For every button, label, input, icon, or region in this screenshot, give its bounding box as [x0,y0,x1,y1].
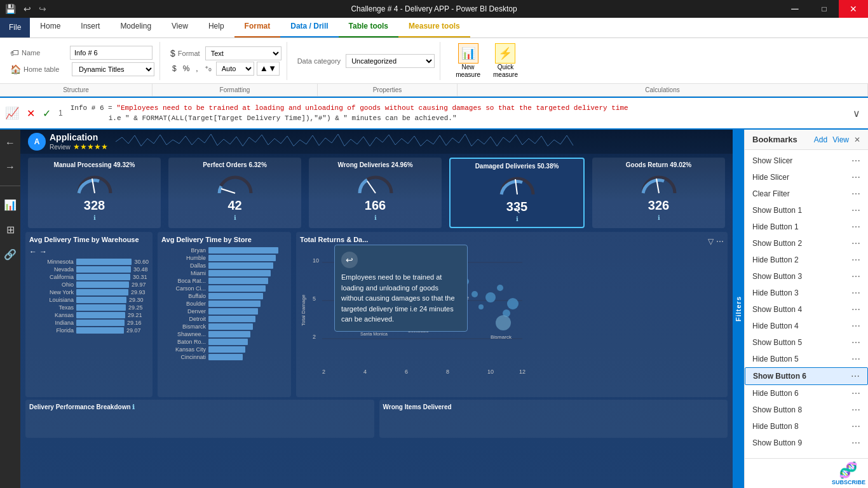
maximize-btn[interactable]: □ [810,0,839,18]
model-view-icon[interactable]: 🔗 [1,246,19,263]
bookmark-show-btn-9[interactable]: Show Button 9 ⋯ [745,435,868,451]
home-table-select[interactable]: Dynamic Titles [72,62,154,76]
tab-file[interactable]: File [0,18,30,37]
home-table-icon: 🏠 [10,64,21,74]
bookmarks-close-btn[interactable]: ✕ [854,135,860,144]
tab-help[interactable]: Help [198,18,234,37]
kpi-info-2[interactable]: ℹ [234,214,236,221]
bookmark-dots-show-btn-5[interactable]: ⋯ [851,337,860,348]
bookmark-hide-btn-2[interactable]: Hide Button 2 ⋯ [745,252,868,268]
save-icon[interactable]: 💾 [5,4,16,14]
format-currency-icon: $ [170,48,175,58]
kpi-info-5[interactable]: ℹ [658,214,660,221]
tab-modeling[interactable]: Modeling [110,18,161,37]
filters-tab[interactable]: Filters [733,130,744,488]
bookmark-dots-hide-btn-5[interactable]: ⋯ [851,354,860,364]
tooltip-text: Employees need to be trained at loading … [341,272,461,325]
tab-home[interactable]: Home [30,18,71,37]
subscribe-badge[interactable]: 🧬 SUBSCRIBE [832,461,865,485]
tooltip-back-btn[interactable]: ↩ [341,252,358,268]
nav-left-arrow[interactable]: ← [29,247,37,256]
close-btn[interactable]: ✕ [839,0,868,18]
bookmark-hide-slicer[interactable]: Hide Slicer ⋯ [745,169,868,186]
kpi-damaged-deliveries: Damaged Deliveries 50.38% 335 ℹ ↖ [449,158,585,228]
kpi-value-3: 166 [313,198,438,213]
bookmark-show-btn-8[interactable]: Show Button 8 ⋯ [745,402,868,418]
bookmark-dots-show-btn-4[interactable]: ⋯ [851,304,860,315]
bookmark-dots-show-btn-3[interactable]: ⋯ [851,271,860,281]
tab-insert[interactable]: Insert [71,18,110,37]
report-view-icon[interactable]: 📊 [1,196,19,214]
tab-table-tools[interactable]: Table tools [339,18,398,37]
bookmark-dots-hide-btn-2[interactable]: ⋯ [851,255,860,265]
new-measure-btn[interactable]: 📊 New measure [451,41,485,81]
bookmark-hide-btn-6[interactable]: Hide Button 6 ⋯ [745,385,868,402]
format-label: Format [178,50,200,57]
bookmark-show-btn-2[interactable]: Show Button 2 ⋯ [745,235,868,252]
tab-view[interactable]: View [161,18,198,37]
bookmark-dots-show-btn-8[interactable]: ⋯ [851,405,860,415]
bookmark-show-btn-6[interactable]: Show Button 6 ⋯ [745,367,868,385]
bookmark-show-btn-4[interactable]: Show Button 4 ⋯ [745,301,868,318]
bookmark-hide-btn-8[interactable]: Hide Button 8 ⋯ [745,418,868,435]
redo-icon[interactable]: ↪ [39,4,46,14]
auto-select[interactable]: Auto [216,62,254,76]
bookmark-dots-hide-btn-3[interactable]: ⋯ [851,288,860,298]
kpi-info-4[interactable]: ℹ [516,215,519,222]
chart-returns-title: Total Returns & Da... [300,236,368,243]
undo-icon[interactable]: ↩ [24,4,31,14]
formula-close-btn[interactable]: ✕ [24,106,37,121]
formula-confirm-btn[interactable]: ✓ [40,106,53,121]
bookmark-dots-hide-btn-8[interactable]: ⋯ [851,421,860,431]
bookmark-show-slicer[interactable]: Show Slicer ⋯ [745,152,868,169]
tab-format[interactable]: Format [234,18,281,37]
tab-measure-tools[interactable]: Measure tools [398,18,470,37]
title-bar-text: Challenge # 4 - Delivery APP - Power BI … [351,4,517,13]
name-icon: 🏷 [10,48,19,58]
kpi-info-3[interactable]: ℹ [374,214,377,221]
formula-expand-btn[interactable]: ∨ [848,106,865,121]
bookmark-dots-show-slicer[interactable]: ⋯ [851,156,860,166]
bookmark-clear-filter[interactable]: Clear Filter ⋯ [745,186,868,202]
bookmark-dots-clear-filter[interactable]: ⋯ [851,189,860,199]
format-stepper[interactable]: ▲▼ [257,62,280,76]
nav-right-arrow[interactable]: → [39,247,47,256]
bookmark-dots-hide-btn-1[interactable]: ⋯ [851,222,860,232]
bookmark-hide-btn-3[interactable]: Hide Button 3 ⋯ [745,285,868,301]
bookmark-show-btn-3[interactable]: Show Button 3 ⋯ [745,268,868,285]
bookmark-dots-show-btn-9[interactable]: ⋯ [851,438,860,448]
bookmark-hide-btn-4[interactable]: Hide Button 4 ⋯ [745,318,868,334]
info-icon-delivery[interactable]: ℹ [132,403,135,410]
dollar-icon: $ [170,64,179,74]
kpi-info-1[interactable]: ℹ [93,214,96,221]
svg-point-21 [471,291,478,297]
bookmark-show-btn-5[interactable]: Show Button 5 ⋯ [745,334,868,351]
new-measure-icon: 📊 [458,43,478,64]
bookmark-show-btn-1[interactable]: Show Button 1 ⋯ [745,202,868,219]
formula-text-area[interactable]: Info # 6 = "Employees need to be trained… [68,100,845,126]
more-options-icon[interactable]: ⋯ [716,237,724,246]
svg-point-23 [485,292,496,302]
arrow-right-icon[interactable]: → [3,159,18,175]
bookmark-dots-show-btn-6[interactable]: ⋯ [851,371,860,381]
bookmarks-view-btn[interactable]: View [832,135,849,144]
kpi-value-1: 328 [32,198,157,213]
format-select[interactable]: Text [205,46,281,60]
bookmark-dots-show-btn-2[interactable]: ⋯ [851,238,860,248]
bookmark-hide-btn-1[interactable]: Hide Button 1 ⋯ [745,219,868,235]
bookmark-dots-hide-btn-6[interactable]: ⋯ [851,388,860,398]
bookmark-hide-btn-5[interactable]: Hide Button 5 ⋯ [745,351,868,367]
table-view-icon[interactable]: ⊞ [4,221,17,238]
arrow-left-icon[interactable]: ← [3,135,18,151]
bookmark-dots-hide-slicer[interactable]: ⋯ [851,172,860,182]
minimize-btn[interactable]: ─ [780,0,810,18]
bookmarks-add-btn[interactable]: Add [814,135,827,144]
bookmark-dots-show-btn-1[interactable]: ⋯ [851,205,860,215]
kpi-title-2: Perfect Orders 6.32% [172,161,297,168]
bookmark-dots-hide-btn-4[interactable]: ⋯ [851,321,860,331]
quick-measure-btn[interactable]: ⚡ Quick measure [488,41,523,81]
name-input[interactable] [70,46,153,60]
filter-icon[interactable]: ▽ [708,237,714,246]
data-category-select[interactable]: Uncategorized [346,54,435,68]
tab-data-drill[interactable]: Data / Drill [280,18,338,37]
